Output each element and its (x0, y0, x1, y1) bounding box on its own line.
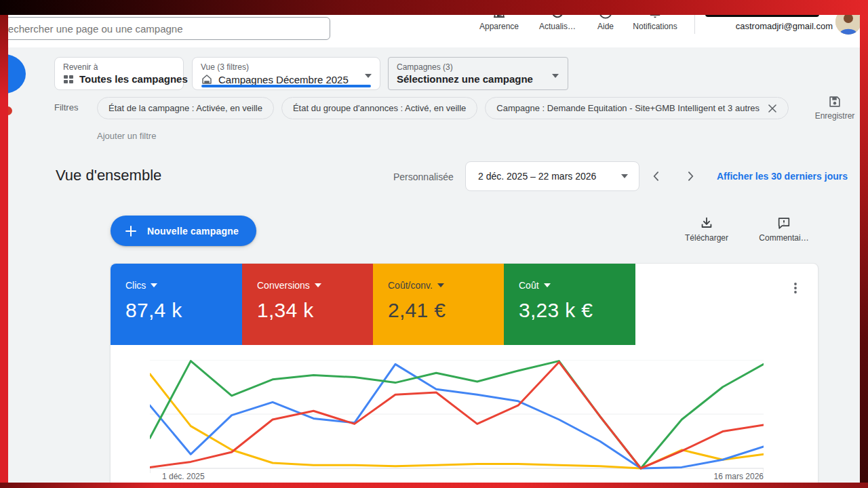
scorecard-cost-per-conv[interactable]: Coût/conv. 2,41 € (373, 264, 505, 345)
save-icon (827, 94, 842, 109)
scorecard-value: 2,41 € (388, 299, 505, 322)
view-card-eyebrow: Vue (3 filtres) (201, 62, 372, 72)
chart-series-Coût/conv. (150, 374, 764, 468)
scorecard-clicks[interactable]: Clics 87,4 k (111, 264, 242, 345)
scorecard-label: Coût (519, 280, 539, 291)
comment-label: Commentai… (759, 233, 808, 243)
scorecard-label: Clics (125, 280, 146, 291)
new-campaign-button[interactable]: Nouvelle campagne (111, 216, 256, 246)
x-axis-label-end: 16 mars 2026 (625, 472, 764, 481)
date-mode-label: Personnalisée (393, 171, 454, 182)
plus-icon (124, 224, 138, 238)
comment-icon (776, 216, 791, 230)
view-card-label: Campagnes Décembre 2025 (218, 74, 349, 85)
overview-card: Clics 87,4 k Conversions 1,34 k Coût/con… (110, 263, 818, 488)
scorecard-caret-icon (544, 283, 551, 287)
search-box[interactable] (0, 17, 330, 40)
campaign-select-caret-icon (552, 74, 559, 78)
campaign-select-label: Sélectionnez une campagne (397, 73, 559, 85)
filters-label: Filtres (54, 102, 78, 113)
marker-frame-bottom (0, 483, 868, 488)
help-label: Aide (597, 22, 614, 31)
appearance-label: Apparence (479, 22, 519, 31)
download-button[interactable]: Télécharger (680, 216, 733, 243)
marker-frame-top (0, 0, 868, 15)
overview-chart (150, 360, 764, 468)
comment-button[interactable]: Commentai… (753, 216, 815, 243)
show-last-30-days-link[interactable]: Afficher les 30 derniers jours (717, 171, 848, 182)
x-axis-label-start: 1 déc. 2025 (162, 472, 205, 481)
notifications-label: Notifications (633, 22, 677, 31)
scorecard-caret-icon (437, 283, 444, 287)
save-filters-button[interactable]: Enregistrer (811, 94, 859, 121)
home-icon (201, 73, 213, 85)
campaign-select[interactable]: Campagnes (3) Sélectionnez une campagne (388, 57, 568, 90)
date-prev-button[interactable] (646, 165, 667, 187)
scorecard-label: Conversions (257, 280, 310, 291)
scorecard-conversions[interactable]: Conversions 1,34 k (242, 264, 374, 345)
scorecard-value: 3,23 k € (519, 299, 635, 322)
filter-chips: État de la campagne : Activée, en veille… (97, 97, 789, 119)
google-ads-overview-page: Apparence Actualis… ? Aide (0, 0, 868, 488)
grid-icon (63, 74, 74, 85)
date-range-value: 2 déc. 2025 – 22 mars 2026 (478, 171, 621, 182)
search-input[interactable] (1, 23, 330, 35)
scorecard-caret-icon (151, 283, 157, 287)
marker-frame-right (860, 15, 868, 483)
download-icon (699, 216, 714, 230)
scorecard-value: 1,34 k (257, 299, 374, 322)
refresh-label: Actualis… (539, 22, 576, 31)
kebab-menu-icon (789, 282, 802, 294)
filter-chip-campaign-status[interactable]: État de la campagne : Activée, en veille (97, 97, 274, 119)
view-caret-icon (365, 74, 372, 78)
filter-chip-adgroup-status[interactable]: État du groupe d'annonces : Activé, en v… (281, 97, 477, 119)
page-title: Vue d'ensemble (56, 167, 161, 184)
date-range-picker[interactable]: 2 déc. 2025 – 22 mars 2026 (465, 161, 639, 191)
account-email: castromadjri@gmail.com (736, 21, 833, 31)
scorecard-label: Coût/conv. (388, 280, 433, 291)
scorecard-cost[interactable]: Coût 3,23 k € (504, 264, 635, 345)
view-selector-card[interactable]: Vue (3 filtres) Campagnes Décembre 2025 (192, 57, 380, 90)
download-label: Télécharger (685, 233, 728, 243)
date-next-button[interactable] (679, 165, 701, 187)
marker-frame-left (0, 15, 8, 483)
campaign-select-eyebrow: Campagnes (3) (397, 62, 559, 72)
back-card-eyebrow: Revenir à (63, 62, 175, 72)
scorecard-value: 87,4 k (125, 299, 242, 322)
save-label: Enregistrer (815, 111, 855, 121)
close-icon[interactable] (768, 104, 777, 113)
active-view-underline (201, 85, 371, 87)
chevron-right-icon (684, 169, 697, 183)
back-to-all-campaigns-card[interactable]: Revenir à Toutes les campagnes (54, 57, 184, 90)
filter-chip-campaign-list[interactable]: Campagne : Demande Equitation - Site+GMB… (485, 97, 789, 119)
chevron-left-icon (650, 169, 663, 183)
card-menu-button[interactable] (786, 279, 805, 298)
date-range-caret-icon (621, 174, 628, 178)
add-filter-button[interactable]: Ajouter un filtre (97, 131, 156, 141)
new-campaign-label: Nouvelle campagne (147, 226, 239, 237)
scorecard-caret-icon (315, 283, 321, 287)
back-card-label: Toutes les campagnes (79, 73, 188, 85)
